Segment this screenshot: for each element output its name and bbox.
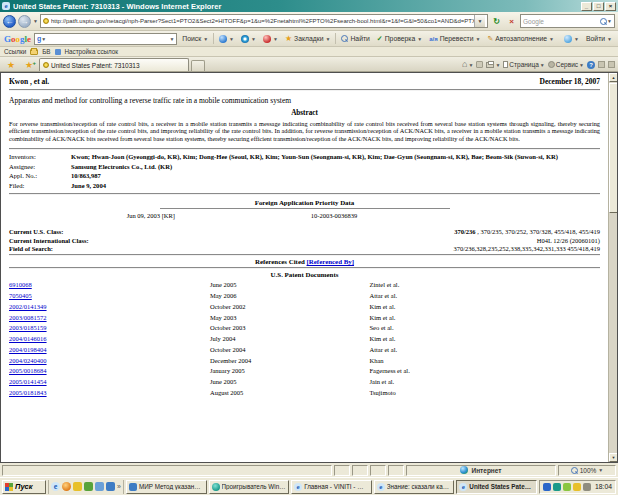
tools-menu-button[interactable]: Сервис ▼	[548, 61, 584, 68]
vertical-scrollbar[interactable]: ▲ ▼	[608, 73, 617, 462]
minimize-button[interactable]: _	[581, 2, 592, 11]
links-item-customize[interactable]: Настройка ссылок	[65, 48, 119, 55]
page-menu-button[interactable]: Страница ▼	[503, 61, 544, 68]
document-quicklaunch-icon[interactable]	[84, 482, 93, 491]
patent-number-link[interactable]: 2003/0081572	[9, 314, 47, 321]
scroll-down-icon[interactable]: ▼	[609, 453, 618, 462]
patent-number-link[interactable]: 2002/0141349	[9, 303, 47, 310]
taskbar-task-mir[interactable]: МИР Метод указания к...	[126, 480, 207, 494]
google-bookmarks-button[interactable]: ★ Закладки ▼	[283, 32, 333, 45]
ie-icon: e	[459, 483, 467, 491]
google-autofill-button[interactable]: ✎ Автозаполнение ▼	[485, 32, 556, 45]
scroll-up-icon[interactable]: ▲	[609, 73, 618, 82]
google-search-history-icon[interactable]: ▼	[41, 36, 46, 42]
tray-app-icon[interactable]	[553, 483, 561, 491]
media-player-quicklaunch-icon[interactable]	[62, 482, 71, 491]
back-button[interactable]: ←	[3, 15, 16, 28]
zoom-control[interactable]: 100% ▼	[558, 465, 616, 476]
address-bar-input[interactable]: http://patft.uspto.gov/netacgi/nph-Parse…	[40, 14, 488, 28]
links-item-bv[interactable]: БВ	[42, 48, 50, 55]
print-button[interactable]: ▼	[486, 62, 500, 68]
patent-number-link[interactable]: 2005/0181843	[9, 389, 47, 396]
address-dropdown-button[interactable]: ▼	[474, 15, 485, 27]
add-favorite-button[interactable]: ★	[21, 59, 37, 71]
feeds-button[interactable]	[476, 61, 483, 68]
divider	[9, 193, 600, 195]
taskbar-task-patent-active[interactable]: e United States Patent...	[456, 480, 537, 494]
stop-button[interactable]: ×	[505, 14, 518, 28]
show-desktop-icon[interactable]	[106, 482, 115, 491]
tools-menu-label: Сервис	[556, 61, 578, 68]
maximize-button[interactable]: □	[593, 2, 604, 11]
forward-button[interactable]: →	[18, 15, 31, 28]
tray-app-icon[interactable]	[543, 483, 551, 491]
patent-number-link[interactable]: 2004/0240400	[9, 357, 47, 364]
google-search-dropdown-icon[interactable]: ▼	[169, 36, 174, 42]
chevron-down-icon: ▼	[229, 36, 234, 42]
patent-number-link[interactable]: 7050405	[9, 292, 32, 299]
search-dropdown-icon[interactable]: ▼	[607, 18, 612, 24]
bookmarks-label: Закладки	[294, 35, 323, 42]
google-find-button[interactable]: Найти	[339, 32, 371, 45]
google-signin-button[interactable]: Войти ▼	[584, 32, 614, 45]
google-send-button[interactable]: ▼	[562, 32, 581, 45]
close-button[interactable]: ×	[605, 2, 616, 11]
task-label: United States Patent...	[469, 483, 534, 490]
google-search-input[interactable]: g ▼ ▼	[34, 33, 177, 45]
translate-icon: а/я	[429, 36, 438, 42]
google-compass-button[interactable]: ▼	[217, 32, 236, 45]
chevron-down-icon: ▼	[476, 36, 481, 42]
scrollbar-thumb[interactable]	[609, 83, 618, 213]
refresh-button[interactable]: ↻	[490, 14, 503, 28]
class-label: Current International Class:	[9, 237, 89, 244]
google-translate-button[interactable]: а/я Перевести ▼	[427, 32, 482, 45]
table-row: 2005/0141454June 2005Jain et al.	[9, 377, 600, 388]
star-icon: ★	[285, 35, 292, 43]
history-dropdown-icon[interactable]: ▼	[33, 18, 38, 24]
help-button[interactable]: ?	[587, 61, 595, 69]
patent-number-link[interactable]: 2003/0185159	[9, 324, 47, 331]
home-button[interactable]: ⌂ ▼	[462, 60, 473, 69]
ie-logo-icon: e	[2, 2, 10, 10]
patent-number-link[interactable]: 2004/0198404	[9, 346, 47, 353]
window-title: United States Patent: 7310313 - Windows …	[13, 2, 580, 11]
ie-quicklaunch-icon[interactable]: e	[51, 482, 60, 491]
address-url-text[interactable]: http://patft.uspto.gov/netacgi/nph-Parse…	[51, 18, 474, 24]
start-button[interactable]: Пуск	[2, 480, 46, 494]
patent-number-link[interactable]: 6910068	[9, 281, 32, 288]
patent-number-link[interactable]: 2005/0141454	[9, 378, 47, 385]
search-icon[interactable]	[600, 18, 607, 25]
referenced-by-link[interactable]: [Referenced By]	[307, 258, 355, 265]
zoom-icon	[571, 467, 578, 474]
google-spellcheck-button[interactable]: ✓ Проверка ▼	[375, 32, 424, 45]
favorites-center-button[interactable]: ★	[3, 59, 19, 71]
google-search-button[interactable]: Поиск ▼	[180, 32, 210, 45]
mail-quicklaunch-icon[interactable]	[73, 482, 82, 491]
find-icon	[341, 35, 348, 42]
tab-active[interactable]: United States Patent: 7310313	[39, 58, 189, 71]
task-label: МИР Метод указания к...	[139, 483, 204, 490]
quicklaunch-expand-icon[interactable]: »	[117, 483, 121, 490]
taskbar-task-viniti[interactable]: e Главная - VINITI - Windo...	[291, 480, 372, 494]
lightbulb-favicon-icon	[43, 62, 49, 68]
patent-date: June 2005	[210, 280, 370, 291]
taskbar-task-znanie[interactable]: e Знание: сказали как р...	[374, 480, 455, 494]
class-label: Field of Search:	[9, 245, 53, 252]
patent-number-link[interactable]: 2004/0146016	[9, 335, 47, 342]
new-tab-button[interactable]	[191, 60, 205, 71]
tray-app-icon[interactable]	[563, 483, 571, 491]
google-target-button[interactable]: ▼	[239, 32, 258, 45]
chevron-down-icon: ▼	[417, 36, 422, 42]
messenger-button[interactable]	[608, 61, 615, 68]
taskbar-clock[interactable]: 18:04	[595, 483, 612, 490]
google-pagerank-button[interactable]: ▼	[261, 32, 280, 45]
patent-number-link[interactable]: 2005/0018684	[9, 367, 47, 374]
taskbar-task-mediaplayer[interactable]: Проигрыватель Window...	[209, 480, 290, 494]
class-row-us: Current U.S. Class: 370/236 , 370/235, 3…	[9, 228, 600, 235]
patent-inventor-header: Kwon , et al.	[9, 77, 49, 86]
app-quicklaunch-icon[interactable]	[95, 482, 104, 491]
research-button[interactable]	[598, 61, 605, 68]
tray-app-icon[interactable]	[583, 483, 591, 491]
instant-search-box[interactable]: Google ▼	[520, 14, 615, 28]
tray-app-icon[interactable]	[573, 483, 581, 491]
